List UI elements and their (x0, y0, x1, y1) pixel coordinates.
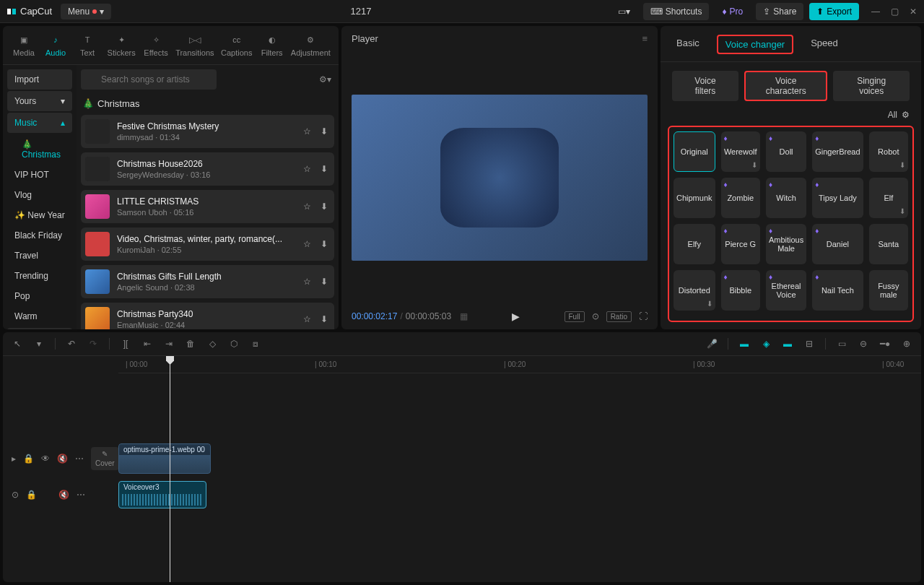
audio-more-icon[interactable]: ⋯ (77, 490, 85, 500)
download-icon[interactable]: ⬇ (318, 238, 330, 250)
download-icon[interactable]: ⬇ (899, 161, 905, 169)
track-eye-icon[interactable]: 👁 (41, 454, 50, 464)
tool-tab-text[interactable]: TText (72, 30, 103, 60)
track-lock-icon[interactable]: 🔒 (23, 454, 34, 464)
filter-icon[interactable]: ⚙▾ (316, 72, 334, 87)
voice-pierce-g[interactable]: ♦Pierce G (721, 224, 760, 264)
voice-gingerbread[interactable]: ♦GingerBread (812, 131, 863, 172)
full-button[interactable]: Full (565, 311, 585, 322)
voice-robot[interactable]: Robot⬇ (869, 131, 908, 172)
sounds-button[interactable]: Sounds eff...▾ (7, 328, 72, 329)
shield-tool[interactable]: ⬡ (228, 338, 240, 350)
zoom-out-tool[interactable]: ⊖ (858, 338, 869, 350)
favorite-icon[interactable]: ☆ (301, 126, 313, 137)
voice-werewolf[interactable]: ♦Werewolf⬇ (721, 131, 760, 172)
voice-ethereal-voice[interactable]: ♦Ethereal Voice (766, 270, 806, 311)
snap-tool-1[interactable]: ▬ (738, 338, 750, 350)
undo-button[interactable]: ↶ (66, 338, 77, 350)
filter-all[interactable]: All (888, 110, 897, 120)
sidebar-item-vip-hot[interactable]: VIP HOT (7, 165, 72, 185)
download-icon[interactable]: ⬇ (318, 313, 330, 325)
tool-tab-transitions[interactable]: ▷◁Transitions (173, 30, 217, 60)
sidebar-item-christmas[interactable]: 🎄 Christmas (7, 134, 72, 165)
voice-chipmunk[interactable]: Chipmunk (674, 178, 715, 218)
menu-button[interactable]: Menu▾ (61, 4, 111, 20)
tab-voice-changer[interactable]: Voice changer (717, 35, 793, 54)
favorite-icon[interactable]: ☆ (301, 201, 313, 212)
player-menu-icon[interactable]: ≡ (642, 33, 648, 44)
tool-tab-audio[interactable]: ♪Audio (40, 30, 71, 60)
split-left-tool[interactable]: ⇤ (141, 338, 153, 350)
track-item[interactable]: Christmas Party340EmanMusic · 02:44 ☆⬇ (81, 303, 334, 329)
fullscreen-icon[interactable]: ⛶ (639, 311, 648, 321)
track-item[interactable]: Video, Christmas, winter, party, romance… (81, 228, 334, 261)
voice-fussy-male[interactable]: Fussy male (869, 270, 908, 311)
sidebar-item-black-friday[interactable]: Black Friday (7, 225, 72, 246)
ratio-button[interactable]: Ratio (606, 311, 632, 322)
download-icon[interactable]: ⬇ (899, 207, 905, 215)
yours-button[interactable]: Yours▾ (7, 91, 72, 111)
audio-lock-icon[interactable]: 🔒 (26, 490, 37, 500)
voice-elfy[interactable]: Elfy (674, 224, 715, 264)
tab-basic[interactable]: Basic (672, 35, 704, 54)
tool-tab-filters[interactable]: ◐Filters (257, 30, 287, 60)
sidebar-item-travel[interactable]: Travel (7, 246, 72, 266)
favorite-icon[interactable]: ☆ (301, 313, 313, 325)
tool-tab-stickers[interactable]: ✦Stickers (104, 30, 139, 60)
track-expand-icon[interactable]: ▸ (12, 454, 16, 464)
tool-tab-captions[interactable]: ccCaptions (218, 30, 256, 60)
sidebar-item-vlog[interactable]: Vlog (7, 185, 72, 205)
voice-original[interactable]: Original (674, 131, 715, 172)
audio-clip[interactable]: Voiceover3 (118, 481, 206, 508)
close-button[interactable]: ✕ (908, 6, 918, 17)
favorite-icon[interactable]: ☆ (301, 276, 313, 287)
share-button[interactable]: ⇪ Share (756, 3, 803, 20)
cursor-dropdown[interactable]: ▾ (33, 338, 45, 350)
subtab-singing-voices[interactable]: Singing voices (833, 71, 910, 101)
video-preview[interactable] (352, 95, 648, 261)
video-clip[interactable]: optimus-prime-1.webp 00 (118, 443, 211, 474)
voice-distorted[interactable]: Distorted⬇ (674, 270, 715, 311)
download-icon[interactable]: ⬇ (318, 163, 330, 175)
favorite-icon[interactable]: ☆ (301, 238, 313, 250)
tool-tab-media[interactable]: ▣Media (9, 30, 39, 60)
sidebar-item-pop[interactable]: Pop (7, 286, 72, 306)
minimize-button[interactable]: — (871, 6, 881, 17)
download-icon[interactable]: ⬇ (751, 161, 757, 169)
preview-tool[interactable]: ▭ (836, 338, 847, 350)
maximize-button[interactable]: ▢ (889, 6, 899, 17)
mic-tool[interactable]: 🎤 (706, 338, 718, 350)
cover-button[interactable]: ✎Cover (91, 447, 119, 470)
snap-tool-2[interactable]: ◈ (760, 338, 772, 350)
voice-doll[interactable]: ♦Doll (766, 131, 806, 172)
track-mute-icon[interactable]: 🔇 (57, 454, 68, 464)
zoom-slider[interactable]: ━● (879, 338, 891, 350)
sidebar-item-warm[interactable]: Warm (7, 306, 72, 326)
audio-track-icon[interactable]: ⊙ (12, 490, 19, 500)
subtab-voice-filters[interactable]: Voice filters (672, 71, 738, 101)
tool-tab-effects[interactable]: ✧Effects (140, 30, 172, 60)
download-icon[interactable]: ⬇ (318, 201, 330, 212)
voice-tipsy-lady[interactable]: ♦Tipsy Lady (812, 178, 863, 218)
zoom-in-tool[interactable]: ⊕ (901, 338, 912, 350)
favorite-icon[interactable]: ☆ (301, 163, 313, 175)
sidebar-item-new-year[interactable]: ✨ New Year (7, 205, 72, 225)
music-button[interactable]: Music▴ (7, 113, 72, 133)
play-button[interactable]: ▶ (512, 311, 520, 322)
crop-tool[interactable]: ⧈ (250, 338, 261, 350)
split-right-tool[interactable]: ⇥ (163, 338, 175, 350)
track-more-icon[interactable]: ⋯ (75, 454, 84, 464)
voice-elf[interactable]: Elf⬇ (869, 178, 908, 218)
sidebar-item-trending[interactable]: Trending (7, 266, 72, 286)
subtab-voice-characters[interactable]: Voice characters (744, 71, 827, 101)
delete-tool[interactable]: 🗑 (185, 338, 196, 350)
layout-button[interactable]: ▭▾ (611, 3, 637, 20)
download-icon[interactable]: ⬇ (318, 276, 330, 287)
track-item[interactable]: Christmas Gifts Full LengthAngelic Sound… (81, 265, 334, 298)
track-item[interactable]: Christmas House2026SergeyWednesday · 03:… (81, 152, 334, 186)
marker-tool[interactable]: ◇ (206, 338, 218, 350)
compare-icon[interactable]: ▦ (460, 311, 468, 321)
voice-ambitious-male[interactable]: ♦Ambitious Male (766, 224, 806, 264)
track-item[interactable]: LITTLE CHRISTMASSamson Uboh · 05:16 ☆⬇ (81, 190, 334, 223)
search-input[interactable] (81, 69, 217, 90)
